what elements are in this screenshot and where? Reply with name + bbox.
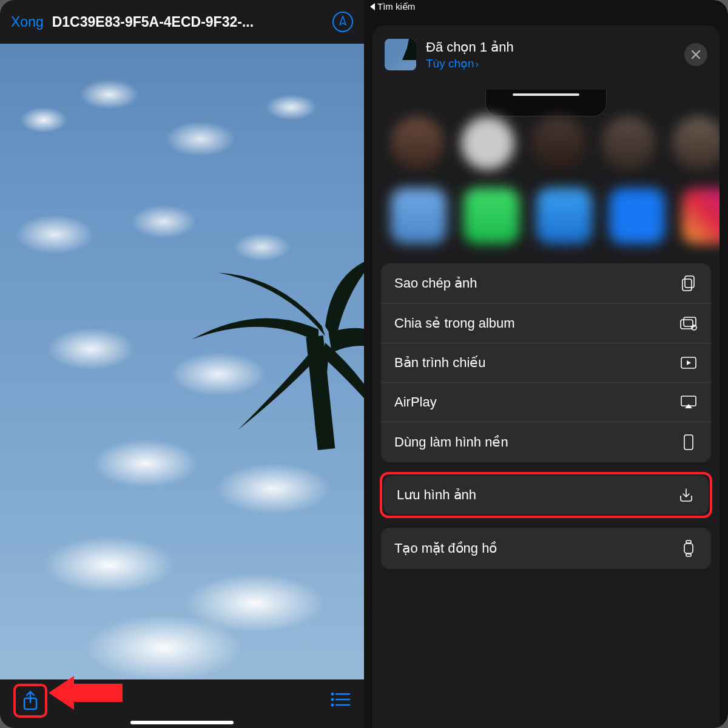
contact-avatar[interactable] [531, 116, 585, 170]
action-airplay[interactable]: AirPlay [381, 383, 711, 422]
share-sheet-header: Đã chọn 1 ảnh Tùy chọn› [372, 25, 720, 83]
options-button[interactable]: Tùy chọn› [426, 56, 675, 70]
photo-viewer-header: Xong D1C39E83-9F5A-4ECD-9F32-... [0, 0, 364, 44]
share-button[interactable] [13, 684, 47, 718]
action-slideshow[interactable]: Bản trình chiếu [381, 343, 711, 383]
chevron-right-icon: › [476, 59, 479, 69]
highlight-save-image: Lưu hình ảnh [380, 472, 712, 518]
action-wallpaper[interactable]: Dùng làm hình nền [381, 422, 711, 462]
back-chevron-icon [370, 3, 375, 10]
back-label: Tìm kiếm [377, 1, 415, 12]
play-rect-icon [679, 356, 698, 369]
app-icon[interactable] [536, 188, 592, 244]
action-list-extra: Tạo mặt đồng hồ [381, 528, 711, 569]
contact-avatar[interactable] [391, 116, 444, 170]
watch-icon [679, 539, 698, 558]
airplay-icon [679, 395, 698, 410]
svg-rect-16 [684, 544, 693, 553]
svg-point-2 [332, 693, 333, 695]
right-phone: Tìm kiếm Đã chọn 1 ảnh Tùy chọn› [364, 0, 728, 728]
list-button[interactable] [330, 691, 351, 710]
svg-rect-10 [681, 320, 693, 329]
svg-rect-18 [686, 554, 691, 556]
contact-avatar[interactable] [461, 116, 514, 170]
share-apps-row[interactable] [372, 176, 720, 250]
selected-thumbnail[interactable] [385, 39, 416, 70]
app-icon[interactable] [609, 188, 665, 244]
phone-rect-icon [679, 434, 698, 451]
action-create-watchface[interactable]: Tạo mặt đồng hồ [381, 528, 711, 569]
contact-avatar[interactable] [672, 116, 720, 170]
home-indicator[interactable] [130, 721, 234, 724]
contact-avatar[interactable] [602, 116, 655, 170]
action-save-image[interactable]: Lưu hình ảnh [383, 476, 709, 514]
app-icon[interactable] [391, 188, 447, 244]
svg-point-4 [332, 699, 333, 700]
app-icon[interactable] [463, 188, 519, 244]
action-list-main: Sao chép ảnh Chia sẻ trong album Bản trì… [381, 263, 711, 462]
svg-rect-9 [682, 279, 692, 291]
action-share-album[interactable]: Chia sẻ trong album [381, 304, 711, 343]
selected-count-label: Đã chọn 1 ảnh [426, 39, 675, 55]
share-sheet: Đã chọn 1 ảnh Tùy chọn› [372, 25, 720, 728]
bottom-toolbar [0, 679, 364, 728]
svg-point-6 [332, 704, 333, 706]
photo-preview[interactable] [0, 44, 364, 679]
done-button[interactable]: Xong [11, 14, 44, 30]
instruction-arrow-icon [49, 676, 123, 710]
close-button[interactable] [684, 43, 707, 66]
svg-rect-8 [685, 276, 694, 288]
left-phone: Xong D1C39E83-9F5A-4ECD-9F32-... [0, 0, 364, 728]
download-icon [677, 487, 695, 503]
markup-icon[interactable] [332, 12, 353, 32]
back-to-search[interactable]: Tìm kiếm [364, 0, 728, 13]
action-copy-photo[interactable]: Sao chép ảnh [381, 263, 711, 304]
shared-album-icon [679, 316, 698, 331]
palm-tree [178, 184, 364, 502]
svg-rect-15 [684, 435, 693, 450]
svg-rect-17 [686, 541, 691, 543]
file-title: D1C39E83-9F5A-4ECD-9F32-... [52, 14, 324, 30]
airdrop-contacts-row[interactable] [372, 101, 720, 176]
app-icon[interactable] [682, 188, 720, 244]
copy-icon [679, 275, 698, 292]
